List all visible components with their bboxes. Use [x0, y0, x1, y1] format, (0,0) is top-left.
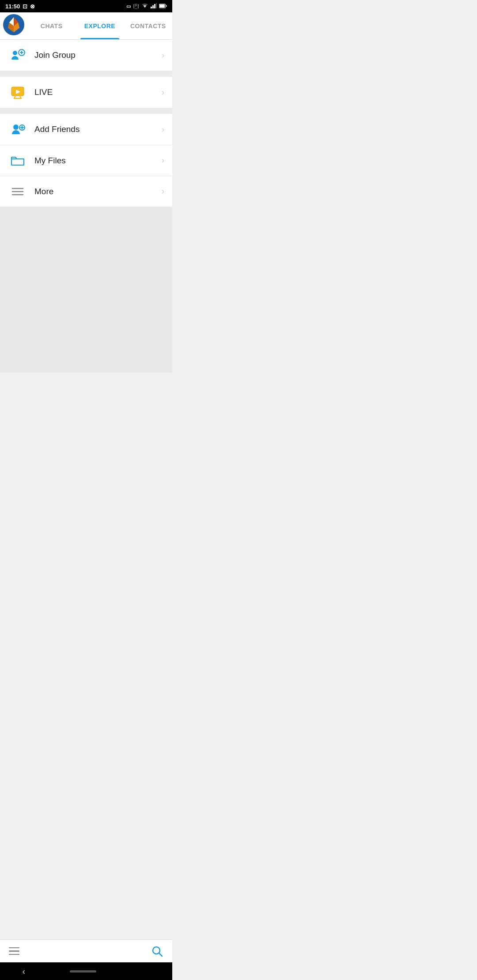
my-files-chevron: ›: [162, 156, 164, 165]
tab-chats[interactable]: CHATS: [27, 12, 76, 39]
signal-icon: [151, 3, 157, 10]
lower-section: Add Friends › My Files › More ›: [0, 114, 172, 207]
wifi-icon: [141, 3, 148, 10]
svg-point-18: [13, 124, 19, 130]
live-icon: [8, 83, 27, 102]
add-friends-chevron: ›: [162, 125, 164, 134]
my-files-label: My Files: [34, 156, 162, 166]
explore-content: Join Group ›: [0, 40, 172, 71]
more-chevron: ›: [162, 187, 164, 196]
join-group-icon: [8, 45, 27, 65]
svg-rect-1: [152, 5, 154, 8]
app-logo[interactable]: [3, 14, 27, 38]
join-group-chevron: ›: [162, 51, 164, 60]
svg-rect-0: [151, 7, 152, 8]
screen-record-icon: ⊡: [23, 3, 27, 10]
add-friends-item[interactable]: Add Friends ›: [0, 114, 172, 145]
status-bar: 11:50 ⊡ ⊗ ▭ 📳: [0, 0, 172, 12]
tab-contacts[interactable]: CONTACTS: [124, 12, 172, 39]
header: CHATS EXPLORE CONTACTS: [0, 12, 172, 40]
no-disturb-icon: ⊗: [30, 3, 35, 10]
empty-area: [0, 207, 172, 373]
live-chevron: ›: [162, 88, 164, 97]
more-item[interactable]: More ›: [0, 176, 172, 207]
my-files-icon: [8, 151, 27, 170]
vibrate-icon: 📳: [133, 4, 139, 9]
section-gap-1: [0, 71, 172, 77]
tab-bar: CHATS EXPLORE CONTACTS: [27, 12, 172, 39]
add-friends-icon: [8, 120, 27, 139]
svg-rect-5: [159, 4, 165, 8]
my-files-item[interactable]: My Files ›: [0, 145, 172, 176]
svg-rect-3: [156, 3, 157, 8]
time-display: 11:50: [5, 3, 20, 10]
add-friends-label: Add Friends: [34, 124, 162, 134]
svg-rect-2: [154, 4, 155, 8]
tab-explore[interactable]: EXPLORE: [76, 12, 124, 39]
join-group-label: Join Group: [34, 50, 162, 60]
join-group-item[interactable]: Join Group ›: [0, 40, 172, 71]
live-section: LIVE ›: [0, 77, 172, 108]
svg-rect-6: [166, 5, 167, 7]
more-label: More: [34, 187, 162, 196]
svg-point-9: [13, 51, 17, 55]
section-gap-2: [0, 108, 172, 114]
live-item[interactable]: LIVE ›: [0, 77, 172, 108]
more-icon: [8, 182, 27, 201]
live-label: LIVE: [34, 87, 162, 97]
battery-icon: [159, 3, 167, 10]
cast-icon: ▭: [126, 4, 131, 9]
